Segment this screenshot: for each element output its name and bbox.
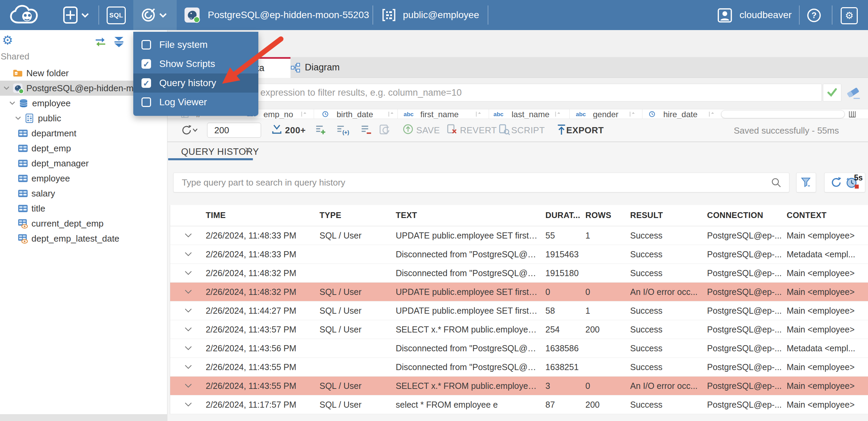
settings-button[interactable]: ⚙ [841, 7, 858, 24]
table-row[interactable]: 2/26/2024, 11:17:57 PM SQL / User select… [170, 395, 868, 414]
help-button[interactable]: ? [806, 8, 822, 23]
grid-column[interactable]: hire_date [663, 110, 697, 119]
sort-icon[interactable] [629, 111, 635, 118]
view-icon [18, 218, 28, 229]
tree-item-table[interactable]: employee [0, 171, 167, 186]
chevron-down-icon[interactable] [184, 231, 193, 242]
col-header-text[interactable]: TEXT [396, 210, 417, 220]
menu-item[interactable]: Show Scripts [133, 54, 258, 73]
table-row[interactable]: 2/26/2024, 11:43:57 PM SQL / User SELECT… [170, 320, 868, 339]
menu-item[interactable]: Query history [133, 73, 258, 93]
history-cell-text: Disconnected from "PostgreSQL@e... [396, 249, 539, 259]
checkbox[interactable] [141, 97, 151, 107]
refresh-icon[interactable] [830, 176, 843, 189]
checkbox[interactable] [141, 59, 151, 69]
tree-item-table[interactable]: salary [0, 186, 167, 201]
menu-item[interactable]: Log Viewer [133, 93, 258, 112]
tree-item-table[interactable]: dept_manager [0, 156, 167, 171]
grid-column[interactable]: first_name [420, 110, 459, 119]
horizontal-scrollbar[interactable] [721, 110, 845, 118]
sort-icon[interactable] [301, 111, 307, 118]
tools-menu-button[interactable] [133, 0, 177, 30]
chevron-down-icon[interactable] [184, 306, 193, 317]
sort-icon[interactable] [555, 111, 561, 118]
tree-item-view[interactable]: current_dept_emp [0, 216, 167, 231]
user-icon [718, 8, 732, 23]
col-header-rows[interactable]: ROWS [585, 210, 611, 220]
table-row[interactable]: 2/26/2024, 11:44:27 PM SQL / User UPDATE… [170, 301, 868, 320]
history-cell-time: 2/26/2024, 11:43:55 PM [206, 381, 296, 391]
chevron-down-icon[interactable] [184, 381, 193, 392]
sidebar-settings-gear-icon[interactable]: ⚙ [2, 34, 13, 46]
new-connection-button[interactable] [63, 6, 90, 24]
chevron-down-icon[interactable] [184, 363, 193, 374]
col-header-connection[interactable]: CONNECTION [707, 210, 763, 220]
fetch-size-input[interactable] [207, 123, 261, 138]
table-row[interactable]: 2/26/2024, 11:43:56 PM Disconnected from… [170, 339, 868, 358]
table-row[interactable]: 2/26/2024, 11:48:33 PM SQL / User UPDATE… [170, 226, 868, 245]
col-header-result[interactable]: RESULT [630, 210, 663, 220]
save-status-text: Saved successfully - 55ms [734, 125, 839, 136]
tree-item-table[interactable]: department [0, 126, 167, 141]
columns-config-icon[interactable] [848, 110, 856, 118]
chevron-down-icon[interactable] [0, 83, 13, 93]
revert-button[interactable]: REVERT [460, 125, 497, 136]
refresh-button[interactable] [180, 124, 198, 137]
chevron-down-icon[interactable] [12, 113, 24, 123]
delete-row-icon[interactable] [360, 124, 372, 135]
tab-diagram[interactable]: Diagram [290, 57, 382, 78]
history-cell-text: select * FROM employee e [396, 400, 498, 410]
grid-column[interactable]: gender [593, 110, 619, 119]
save-button[interactable]: SAVE [416, 125, 440, 136]
table-row[interactable]: 2/26/2024, 11:48:33 PM Disconnected from… [170, 245, 868, 264]
tree-item-view[interactable]: dept_emp_latest_date [0, 231, 167, 246]
col-header-context[interactable]: CONTEXT [787, 210, 827, 220]
load-more-button[interactable]: 200+ [285, 125, 306, 136]
menu-item[interactable]: File system [133, 35, 258, 54]
grid-column[interactable]: emp_no [263, 110, 293, 119]
chevron-down-icon[interactable] [184, 400, 193, 411]
chevron-down-icon[interactable] [184, 325, 193, 336]
query-history-search-input[interactable] [173, 173, 789, 192]
revert-icon[interactable] [447, 124, 458, 135]
auto-refresh-icon[interactable] [379, 124, 391, 136]
col-header-time[interactable]: TIME [206, 210, 226, 220]
col-header-type[interactable]: TYPE [320, 210, 341, 220]
table-row[interactable]: 2/26/2024, 11:48:32 PM SQL / User UPDATE… [170, 283, 868, 301]
export-icon[interactable] [556, 124, 567, 135]
chevron-down-icon[interactable] [6, 98, 18, 108]
collapse-all-icon[interactable] [113, 36, 125, 48]
apply-filter-button[interactable] [823, 84, 841, 101]
sort-icon[interactable] [388, 111, 394, 118]
chevron-down-icon[interactable] [184, 287, 193, 298]
grid-column[interactable]: birth_date [337, 110, 373, 119]
sort-icon[interactable] [708, 111, 715, 118]
sync-selection-icon[interactable] [94, 37, 107, 47]
chevron-down-icon[interactable] [184, 344, 193, 355]
filter-expression-input[interactable] [170, 84, 822, 101]
export-button[interactable]: EXPORT [566, 125, 604, 136]
sql-editor-button[interactable]: SQL [107, 6, 126, 24]
history-filter-button[interactable] [796, 173, 816, 192]
close-icon[interactable]: × [245, 144, 251, 155]
table-row[interactable]: 2/26/2024, 11:43:55 PM SQL / User SELECT… [170, 377, 868, 395]
active-tab-underline [168, 158, 253, 160]
sort-icon[interactable] [475, 111, 482, 118]
save-icon[interactable] [403, 124, 413, 135]
eraser-icon[interactable] [846, 86, 862, 100]
tree-item-table[interactable]: dept_emp [0, 141, 167, 156]
load-more-icon[interactable] [271, 124, 283, 135]
script-icon[interactable] [499, 124, 510, 135]
chevron-down-icon[interactable] [184, 250, 193, 261]
table-row[interactable]: 2/26/2024, 11:43:55 PM Disconnected from… [170, 358, 868, 377]
chevron-down-icon[interactable] [184, 269, 193, 280]
duplicate-row-icon[interactable]: (+) [336, 124, 350, 135]
script-button[interactable]: SCRIPT [511, 125, 545, 136]
col-header-duration[interactable]: DURAT... [545, 210, 580, 220]
tree-item-table[interactable]: title [0, 201, 167, 216]
grid-column[interactable]: last_name [512, 110, 550, 119]
checkbox[interactable] [141, 40, 151, 50]
table-row[interactable]: 2/26/2024, 11:48:32 PM Disconnected from… [170, 264, 868, 283]
add-row-icon[interactable] [315, 124, 326, 135]
checkbox[interactable] [141, 78, 151, 88]
